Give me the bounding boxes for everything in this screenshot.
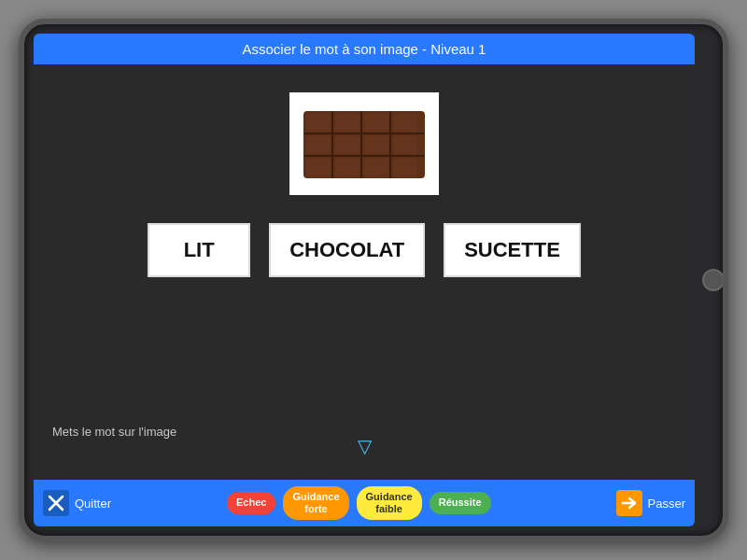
svg-rect-13 bbox=[393, 136, 417, 154]
pass-label: Passer bbox=[648, 497, 685, 511]
screen: Associer le mot à son image - Niveau 1 bbox=[34, 34, 695, 526]
guidance-faible-button[interactable]: Guidancefaible bbox=[357, 486, 422, 520]
quit-label: Quitter bbox=[75, 497, 111, 511]
svg-rect-9 bbox=[393, 114, 417, 132]
word-choices: LIT CHOCOLAT SUCETTE bbox=[52, 223, 676, 277]
pass-button[interactable]: Passer bbox=[616, 490, 685, 516]
x-icon bbox=[48, 495, 64, 511]
reussite-button[interactable]: Réussite bbox=[430, 492, 491, 513]
word-card-lit[interactable]: LIT bbox=[148, 223, 250, 277]
svg-rect-8 bbox=[364, 114, 388, 132]
word-card-chocolat[interactable]: CHOCOLAT bbox=[269, 223, 425, 277]
title-text: Associer le mot à son image - Niveau 1 bbox=[243, 41, 486, 57]
quit-icon bbox=[43, 490, 69, 516]
arrow-right-icon bbox=[621, 495, 638, 511]
svg-rect-10 bbox=[306, 136, 331, 154]
quit-button[interactable]: Quitter bbox=[43, 490, 111, 516]
svg-rect-11 bbox=[335, 136, 359, 154]
word-card-sucette[interactable]: SUCETTE bbox=[444, 223, 581, 277]
svg-rect-7 bbox=[335, 114, 359, 132]
pass-arrow-icon bbox=[616, 490, 642, 516]
svg-rect-15 bbox=[335, 159, 359, 176]
echec-button[interactable]: Echec bbox=[227, 492, 275, 513]
main-content: LIT CHOCOLAT SUCETTE Mets le mot sur l'i… bbox=[34, 64, 695, 480]
svg-rect-16 bbox=[364, 159, 388, 176]
svg-rect-12 bbox=[364, 136, 388, 154]
guidance-forte-button[interactable]: Guidanceforte bbox=[283, 486, 348, 520]
title-bar: Associer le mot à son image - Niveau 1 bbox=[34, 34, 695, 64]
instruction-text: Mets le mot sur l'image bbox=[52, 425, 176, 439]
image-container bbox=[289, 92, 439, 195]
home-button[interactable] bbox=[702, 269, 725, 291]
device-frame: Associer le mot à son image - Niveau 1 bbox=[19, 19, 728, 541]
svg-rect-17 bbox=[393, 159, 417, 176]
bottom-bar: Quitter Echec Guidanceforte Guidancefaib… bbox=[34, 480, 695, 526]
arrow-down-icon: ▽ bbox=[358, 435, 372, 457]
svg-rect-14 bbox=[306, 159, 331, 176]
svg-rect-6 bbox=[306, 114, 331, 132]
chocolate-image bbox=[299, 102, 430, 186]
